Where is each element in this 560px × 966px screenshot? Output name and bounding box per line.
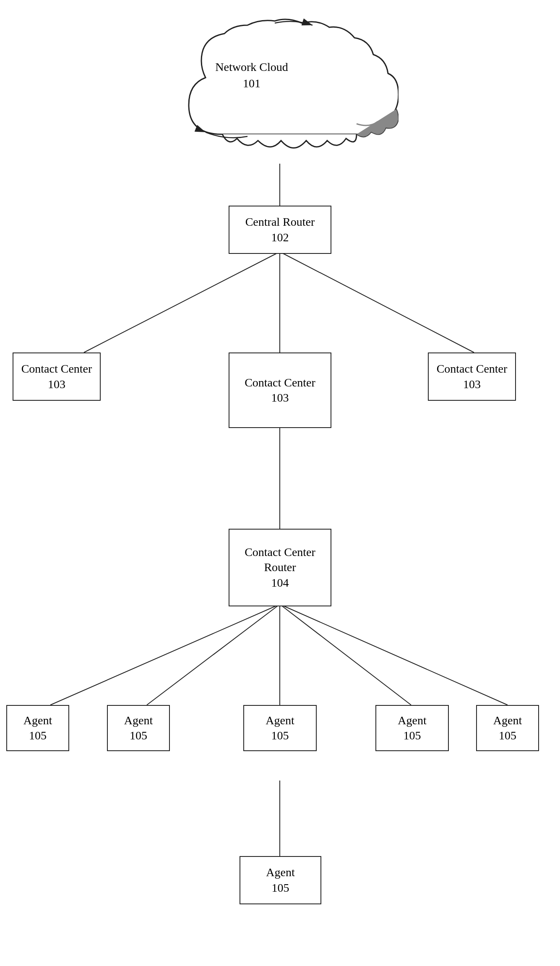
agent-mid-left-box: Agent 105 xyxy=(107,705,170,751)
agent-far-right-label: Agent xyxy=(493,713,522,728)
agent-far-left-number: 105 xyxy=(29,728,47,743)
svg-line-8 xyxy=(280,604,411,705)
contact-center-left-box: Contact Center 103 xyxy=(13,352,101,401)
agent-mid-right-box: Agent 105 xyxy=(375,705,449,751)
contact-center-left-number: 103 xyxy=(48,377,65,392)
network-cloud xyxy=(164,17,399,168)
central-router-box: Central Router 102 xyxy=(229,206,331,254)
agent-center-box: Agent 105 xyxy=(243,705,317,751)
contact-center-router-number: 104 xyxy=(271,575,289,590)
agent-far-left-label: Agent xyxy=(23,713,52,728)
agent-bottom-number: 105 xyxy=(272,880,289,896)
agent-mid-right-number: 105 xyxy=(404,728,421,743)
svg-line-1 xyxy=(84,252,280,352)
central-router-label: Central Router xyxy=(245,214,315,230)
svg-line-6 xyxy=(147,604,280,705)
contact-center-middle-box: Contact Center 103 xyxy=(229,352,331,428)
agent-center-label: Agent xyxy=(266,713,294,728)
agent-bottom-box: Agent 105 xyxy=(240,856,321,904)
agent-mid-left-label: Agent xyxy=(124,713,153,728)
agent-far-right-number: 105 xyxy=(499,728,516,743)
network-cloud-label: Network Cloud 101 xyxy=(210,59,294,91)
contact-center-middle-label: Contact Center xyxy=(245,375,315,390)
agent-center-number: 105 xyxy=(271,728,289,743)
svg-line-5 xyxy=(50,604,280,705)
contact-center-right-number: 103 xyxy=(463,377,481,392)
central-router-number: 102 xyxy=(271,230,289,245)
network-cloud-text: Network Cloud xyxy=(215,60,288,73)
contact-center-router-label: Contact Center Router xyxy=(229,545,331,575)
contact-center-left-label: Contact Center xyxy=(21,361,92,376)
svg-line-9 xyxy=(280,604,508,705)
network-cloud-number: 101 xyxy=(243,77,260,90)
agent-mid-left-number: 105 xyxy=(130,728,147,743)
contact-center-right-box: Contact Center 103 xyxy=(428,352,516,401)
diagram-container: Network Cloud 101 Central Router 102 Con… xyxy=(0,0,560,966)
contact-center-middle-number: 103 xyxy=(271,390,289,405)
agent-bottom-label: Agent xyxy=(266,865,294,880)
agent-mid-right-label: Agent xyxy=(398,713,426,728)
svg-line-3 xyxy=(280,252,474,352)
contact-center-router-box: Contact Center Router 104 xyxy=(229,529,331,606)
agent-far-right-box: Agent 105 xyxy=(476,705,539,751)
contact-center-right-label: Contact Center xyxy=(437,361,508,376)
agent-far-left-box: Agent 105 xyxy=(6,705,69,751)
